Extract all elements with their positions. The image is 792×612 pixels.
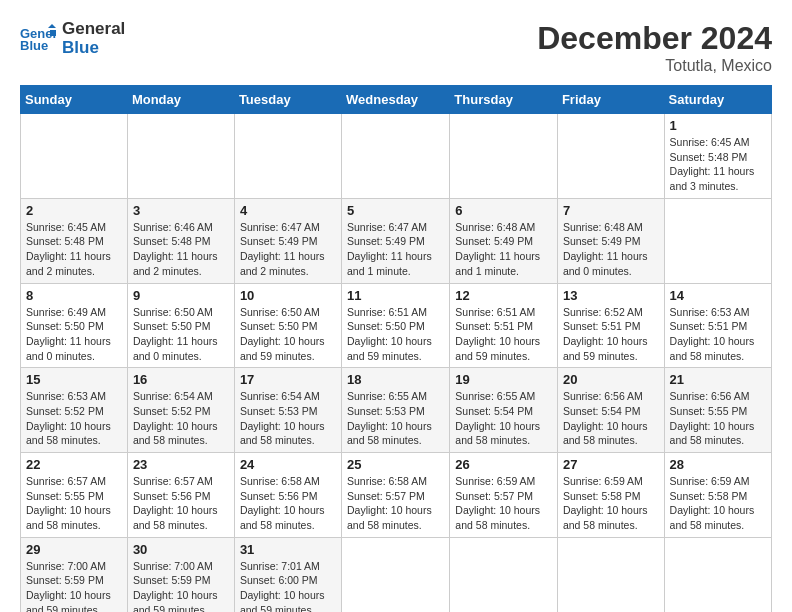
title-block: December 2024 Totutla, Mexico: [537, 20, 772, 75]
sunrise-label: Sunrise: 6:58 AM: [347, 475, 427, 487]
sunrise-label: Sunrise: 6:47 AM: [240, 221, 320, 233]
day-info: Sunrise: 6:50 AM Sunset: 5:50 PM Dayligh…: [133, 305, 229, 364]
day-number: 6: [455, 203, 552, 218]
day-number: 15: [26, 372, 122, 387]
day-number: 3: [133, 203, 229, 218]
calendar-day-cell: 4 Sunrise: 6:47 AM Sunset: 5:49 PM Dayli…: [234, 198, 341, 283]
sunrise-label: Sunrise: 6:51 AM: [455, 306, 535, 318]
daylight-label: Daylight: 11 hours and 2 minutes.: [133, 250, 218, 277]
sunrise-label: Sunrise: 6:51 AM: [347, 306, 427, 318]
calendar-day-cell: [450, 114, 558, 199]
sunrise-label: Sunrise: 6:48 AM: [455, 221, 535, 233]
calendar-day-cell: 26 Sunrise: 6:59 AM Sunset: 5:57 PM Dayl…: [450, 453, 558, 538]
daylight-label: Daylight: 10 hours and 59 minutes.: [347, 335, 432, 362]
sunset-label: Sunset: 5:50 PM: [240, 320, 318, 332]
day-info: Sunrise: 6:54 AM Sunset: 5:53 PM Dayligh…: [240, 389, 336, 448]
calendar-header-row: Sunday Monday Tuesday Wednesday Thursday…: [21, 86, 772, 114]
day-info: Sunrise: 6:59 AM Sunset: 5:58 PM Dayligh…: [563, 474, 659, 533]
sunrise-label: Sunrise: 6:46 AM: [133, 221, 213, 233]
calendar-day-cell: 28 Sunrise: 6:59 AM Sunset: 5:58 PM Dayl…: [664, 453, 771, 538]
calendar-day-cell: 25 Sunrise: 6:58 AM Sunset: 5:57 PM Dayl…: [342, 453, 450, 538]
sunrise-label: Sunrise: 6:54 AM: [133, 390, 213, 402]
day-number: 22: [26, 457, 122, 472]
daylight-label: Daylight: 10 hours and 58 minutes.: [670, 335, 755, 362]
col-saturday: Saturday: [664, 86, 771, 114]
sunset-label: Sunset: 5:49 PM: [455, 235, 533, 247]
sunrise-label: Sunrise: 6:56 AM: [670, 390, 750, 402]
sunset-label: Sunset: 5:55 PM: [26, 490, 104, 502]
day-info: Sunrise: 6:46 AM Sunset: 5:48 PM Dayligh…: [133, 220, 229, 279]
day-info: Sunrise: 6:55 AM Sunset: 5:53 PM Dayligh…: [347, 389, 444, 448]
calendar-day-cell: 7 Sunrise: 6:48 AM Sunset: 5:49 PM Dayli…: [557, 198, 664, 283]
calendar-day-cell: 23 Sunrise: 6:57 AM Sunset: 5:56 PM Dayl…: [127, 453, 234, 538]
day-number: 26: [455, 457, 552, 472]
daylight-label: Daylight: 10 hours and 58 minutes.: [347, 420, 432, 447]
daylight-label: Daylight: 11 hours and 2 minutes.: [240, 250, 325, 277]
sunrise-label: Sunrise: 6:45 AM: [670, 136, 750, 148]
sunset-label: Sunset: 5:48 PM: [133, 235, 211, 247]
sunrise-label: Sunrise: 6:53 AM: [26, 390, 106, 402]
day-info: Sunrise: 6:56 AM Sunset: 5:54 PM Dayligh…: [563, 389, 659, 448]
calendar-day-cell: 30 Sunrise: 7:00 AM Sunset: 5:59 PM Dayl…: [127, 537, 234, 612]
sunrise-label: Sunrise: 6:49 AM: [26, 306, 106, 318]
sunset-label: Sunset: 5:58 PM: [563, 490, 641, 502]
calendar-day-cell: 27 Sunrise: 6:59 AM Sunset: 5:58 PM Dayl…: [557, 453, 664, 538]
day-number: 4: [240, 203, 336, 218]
sunrise-label: Sunrise: 6:45 AM: [26, 221, 106, 233]
daylight-label: Daylight: 10 hours and 58 minutes.: [240, 420, 325, 447]
calendar-week-row: 8 Sunrise: 6:49 AM Sunset: 5:50 PM Dayli…: [21, 283, 772, 368]
sunset-label: Sunset: 5:51 PM: [563, 320, 641, 332]
calendar-day-cell: [234, 114, 341, 199]
calendar-day-cell: [21, 114, 128, 199]
day-info: Sunrise: 6:53 AM Sunset: 5:52 PM Dayligh…: [26, 389, 122, 448]
calendar-week-row: 15 Sunrise: 6:53 AM Sunset: 5:52 PM Dayl…: [21, 368, 772, 453]
day-number: 18: [347, 372, 444, 387]
daylight-label: Daylight: 10 hours and 58 minutes.: [563, 504, 648, 531]
calendar-day-cell: 31 Sunrise: 7:01 AM Sunset: 6:00 PM Dayl…: [234, 537, 341, 612]
day-info: Sunrise: 7:01 AM Sunset: 6:00 PM Dayligh…: [240, 559, 336, 612]
day-number: 5: [347, 203, 444, 218]
col-wednesday: Wednesday: [342, 86, 450, 114]
day-info: Sunrise: 6:58 AM Sunset: 5:56 PM Dayligh…: [240, 474, 336, 533]
day-number: 1: [670, 118, 766, 133]
sunrise-label: Sunrise: 6:58 AM: [240, 475, 320, 487]
day-number: 20: [563, 372, 659, 387]
daylight-label: Daylight: 10 hours and 59 minutes.: [240, 589, 325, 612]
calendar-day-cell: 19 Sunrise: 6:55 AM Sunset: 5:54 PM Dayl…: [450, 368, 558, 453]
calendar-day-cell: [557, 114, 664, 199]
day-info: Sunrise: 6:59 AM Sunset: 5:57 PM Dayligh…: [455, 474, 552, 533]
day-info: Sunrise: 6:52 AM Sunset: 5:51 PM Dayligh…: [563, 305, 659, 364]
calendar-day-cell: 3 Sunrise: 6:46 AM Sunset: 5:48 PM Dayli…: [127, 198, 234, 283]
sunrise-label: Sunrise: 6:54 AM: [240, 390, 320, 402]
daylight-label: Daylight: 10 hours and 58 minutes.: [133, 504, 218, 531]
daylight-label: Daylight: 11 hours and 1 minute.: [455, 250, 540, 277]
sunset-label: Sunset: 5:52 PM: [26, 405, 104, 417]
day-info: Sunrise: 6:49 AM Sunset: 5:50 PM Dayligh…: [26, 305, 122, 364]
daylight-label: Daylight: 10 hours and 58 minutes.: [455, 504, 540, 531]
day-info: Sunrise: 6:50 AM Sunset: 5:50 PM Dayligh…: [240, 305, 336, 364]
day-number: 30: [133, 542, 229, 557]
daylight-label: Daylight: 11 hours and 0 minutes.: [563, 250, 648, 277]
col-monday: Monday: [127, 86, 234, 114]
sunrise-label: Sunrise: 6:47 AM: [347, 221, 427, 233]
sunrise-label: Sunrise: 7:00 AM: [26, 560, 106, 572]
sunset-label: Sunset: 5:58 PM: [670, 490, 748, 502]
calendar-week-row: 2 Sunrise: 6:45 AM Sunset: 5:48 PM Dayli…: [21, 198, 772, 283]
calendar-day-cell: 15 Sunrise: 6:53 AM Sunset: 5:52 PM Dayl…: [21, 368, 128, 453]
sunrise-label: Sunrise: 6:50 AM: [133, 306, 213, 318]
sunset-label: Sunset: 5:57 PM: [455, 490, 533, 502]
daylight-label: Daylight: 11 hours and 0 minutes.: [26, 335, 111, 362]
calendar-day-cell: 20 Sunrise: 6:56 AM Sunset: 5:54 PM Dayl…: [557, 368, 664, 453]
sunset-label: Sunset: 5:51 PM: [670, 320, 748, 332]
day-info: Sunrise: 6:51 AM Sunset: 5:50 PM Dayligh…: [347, 305, 444, 364]
day-number: 11: [347, 288, 444, 303]
sunset-label: Sunset: 5:53 PM: [347, 405, 425, 417]
day-info: Sunrise: 6:58 AM Sunset: 5:57 PM Dayligh…: [347, 474, 444, 533]
page-subtitle: Totutla, Mexico: [537, 57, 772, 75]
daylight-label: Daylight: 10 hours and 58 minutes.: [133, 420, 218, 447]
svg-text:Blue: Blue: [20, 38, 48, 53]
calendar-day-cell: 21 Sunrise: 6:56 AM Sunset: 5:55 PM Dayl…: [664, 368, 771, 453]
sunset-label: Sunset: 5:48 PM: [670, 151, 748, 163]
calendar-day-cell: 10 Sunrise: 6:50 AM Sunset: 5:50 PM Dayl…: [234, 283, 341, 368]
calendar-week-row: 29 Sunrise: 7:00 AM Sunset: 5:59 PM Dayl…: [21, 537, 772, 612]
